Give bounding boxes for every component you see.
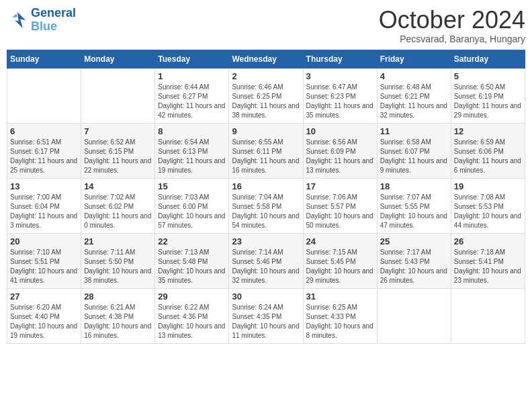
cell-info: Sunrise: 7:11 AM Sunset: 5:50 PM Dayligh…	[84, 248, 152, 285]
day-number: 20	[10, 236, 78, 246]
cell-info: Sunrise: 6:24 AM Sunset: 4:35 PM Dayligh…	[232, 303, 300, 340]
calendar-cell: 18Sunrise: 7:07 AM Sunset: 5:55 PM Dayli…	[377, 178, 451, 233]
week-row-5: 27Sunrise: 6:20 AM Sunset: 4:40 PM Dayli…	[7, 288, 525, 343]
day-number: 19	[454, 181, 522, 191]
calendar-cell: 24Sunrise: 7:15 AM Sunset: 5:45 PM Dayli…	[303, 233, 377, 288]
cell-info: Sunrise: 6:58 AM Sunset: 6:07 PM Dayligh…	[380, 138, 448, 175]
day-number: 18	[380, 181, 448, 191]
cell-info: Sunrise: 6:54 AM Sunset: 6:13 PM Dayligh…	[158, 138, 226, 175]
calendar-cell: 22Sunrise: 7:13 AM Sunset: 5:48 PM Dayli…	[155, 233, 229, 288]
calendar-cell: 2Sunrise: 6:46 AM Sunset: 6:25 PM Daylig…	[229, 68, 303, 123]
day-header-wednesday: Wednesday	[229, 50, 303, 68]
calendar-cell: 12Sunrise: 6:59 AM Sunset: 6:06 PM Dayli…	[451, 123, 525, 178]
week-row-4: 20Sunrise: 7:10 AM Sunset: 5:51 PM Dayli…	[7, 233, 525, 288]
day-number: 3	[306, 71, 374, 81]
day-number: 25	[380, 236, 448, 246]
day-number: 1	[158, 71, 226, 81]
day-header-monday: Monday	[81, 50, 155, 68]
day-number: 9	[232, 126, 300, 136]
cell-info: Sunrise: 7:08 AM Sunset: 5:53 PM Dayligh…	[454, 193, 522, 230]
cell-info: Sunrise: 6:21 AM Sunset: 4:38 PM Dayligh…	[84, 303, 152, 340]
day-number: 27	[10, 291, 78, 302]
cell-info: Sunrise: 6:56 AM Sunset: 6:09 PM Dayligh…	[306, 138, 374, 175]
logo-text: GeneralBlue	[31, 7, 76, 34]
calendar-cell: 17Sunrise: 7:06 AM Sunset: 5:57 PM Dayli…	[303, 178, 377, 233]
calendar-cell: 8Sunrise: 6:54 AM Sunset: 6:13 PM Daylig…	[155, 123, 229, 178]
cell-info: Sunrise: 6:59 AM Sunset: 6:06 PM Dayligh…	[454, 138, 522, 175]
cell-info: Sunrise: 7:07 AM Sunset: 5:55 PM Dayligh…	[380, 193, 448, 230]
day-number: 22	[158, 236, 226, 246]
month-title: October 2024	[379, 7, 525, 34]
cell-info: Sunrise: 6:48 AM Sunset: 6:21 PM Dayligh…	[380, 83, 448, 120]
calendar-cell: 15Sunrise: 7:03 AM Sunset: 6:00 PM Dayli…	[155, 178, 229, 233]
day-number: 6	[10, 126, 78, 136]
day-number: 26	[454, 236, 522, 246]
day-header-thursday: Thursday	[303, 50, 377, 68]
svg-marker-1	[12, 13, 17, 17]
day-number: 15	[158, 181, 226, 191]
cell-info: Sunrise: 6:55 AM Sunset: 6:11 PM Dayligh…	[232, 138, 300, 175]
day-number: 5	[454, 71, 522, 81]
cell-info: Sunrise: 7:17 AM Sunset: 5:43 PM Dayligh…	[380, 248, 448, 285]
header-row: SundayMondayTuesdayWednesdayThursdayFrid…	[7, 50, 525, 68]
day-number: 14	[84, 181, 152, 191]
day-header-sunday: Sunday	[7, 50, 81, 68]
day-number: 11	[380, 126, 448, 136]
calendar-table: SundayMondayTuesdayWednesdayThursdayFrid…	[7, 50, 525, 344]
calendar-cell: 31Sunrise: 6:25 AM Sunset: 4:33 PM Dayli…	[303, 288, 377, 343]
day-header-tuesday: Tuesday	[155, 50, 229, 68]
calendar-cell: 3Sunrise: 6:47 AM Sunset: 6:23 PM Daylig…	[303, 68, 377, 123]
day-number: 28	[84, 291, 152, 302]
calendar-cell: 20Sunrise: 7:10 AM Sunset: 5:51 PM Dayli…	[7, 233, 81, 288]
cell-info: Sunrise: 7:06 AM Sunset: 5:57 PM Dayligh…	[306, 193, 374, 230]
day-number: 31	[306, 291, 374, 302]
calendar-cell	[81, 68, 155, 123]
calendar-cell: 5Sunrise: 6:50 AM Sunset: 6:19 PM Daylig…	[451, 68, 525, 123]
calendar-cell: 11Sunrise: 6:58 AM Sunset: 6:07 PM Dayli…	[377, 123, 451, 178]
calendar-cell: 6Sunrise: 6:51 AM Sunset: 6:17 PM Daylig…	[7, 123, 81, 178]
calendar-cell: 9Sunrise: 6:55 AM Sunset: 6:11 PM Daylig…	[229, 123, 303, 178]
day-number: 13	[10, 181, 78, 191]
day-number: 4	[380, 71, 448, 81]
day-number: 17	[306, 181, 374, 191]
cell-info: Sunrise: 7:00 AM Sunset: 6:04 PM Dayligh…	[10, 193, 78, 230]
day-number: 12	[454, 126, 522, 136]
cell-info: Sunrise: 6:52 AM Sunset: 6:15 PM Dayligh…	[84, 138, 152, 175]
cell-info: Sunrise: 6:44 AM Sunset: 6:27 PM Dayligh…	[158, 83, 226, 120]
cell-info: Sunrise: 6:47 AM Sunset: 6:23 PM Dayligh…	[306, 83, 374, 120]
calendar-cell: 30Sunrise: 6:24 AM Sunset: 4:35 PM Dayli…	[229, 288, 303, 343]
cell-info: Sunrise: 7:13 AM Sunset: 5:48 PM Dayligh…	[158, 248, 226, 285]
week-row-1: 1Sunrise: 6:44 AM Sunset: 6:27 PM Daylig…	[7, 68, 525, 123]
calendar-cell: 16Sunrise: 7:04 AM Sunset: 5:58 PM Dayli…	[229, 178, 303, 233]
calendar-cell: 25Sunrise: 7:17 AM Sunset: 5:43 PM Dayli…	[377, 233, 451, 288]
calendar-cell	[451, 288, 525, 343]
cell-info: Sunrise: 6:46 AM Sunset: 6:25 PM Dayligh…	[232, 83, 300, 120]
calendar-cell: 1Sunrise: 6:44 AM Sunset: 6:27 PM Daylig…	[155, 68, 229, 123]
cell-info: Sunrise: 7:10 AM Sunset: 5:51 PM Dayligh…	[10, 248, 78, 285]
location-subtitle: Pecsvarad, Baranya, Hungary	[379, 34, 525, 44]
cell-info: Sunrise: 7:03 AM Sunset: 6:00 PM Dayligh…	[158, 193, 226, 230]
calendar-cell: 19Sunrise: 7:08 AM Sunset: 5:53 PM Dayli…	[451, 178, 525, 233]
cell-info: Sunrise: 7:14 AM Sunset: 5:46 PM Dayligh…	[232, 248, 300, 285]
day-header-saturday: Saturday	[451, 50, 525, 68]
calendar-cell: 14Sunrise: 7:02 AM Sunset: 6:02 PM Dayli…	[81, 178, 155, 233]
title-block: October 2024 Pecsvarad, Baranya, Hungary	[379, 7, 525, 44]
cell-info: Sunrise: 6:25 AM Sunset: 4:33 PM Dayligh…	[306, 303, 374, 340]
logo: GeneralBlue	[7, 7, 76, 34]
calendar-cell: 28Sunrise: 6:21 AM Sunset: 4:38 PM Dayli…	[81, 288, 155, 343]
logo-icon	[7, 9, 28, 31]
day-number: 7	[84, 126, 152, 136]
cell-info: Sunrise: 6:22 AM Sunset: 4:36 PM Dayligh…	[158, 303, 226, 340]
calendar-cell: 29Sunrise: 6:22 AM Sunset: 4:36 PM Dayli…	[155, 288, 229, 343]
calendar-cell: 10Sunrise: 6:56 AM Sunset: 6:09 PM Dayli…	[303, 123, 377, 178]
cell-info: Sunrise: 6:50 AM Sunset: 6:19 PM Dayligh…	[454, 83, 522, 120]
week-row-2: 6Sunrise: 6:51 AM Sunset: 6:17 PM Daylig…	[7, 123, 525, 178]
calendar-cell: 7Sunrise: 6:52 AM Sunset: 6:15 PM Daylig…	[81, 123, 155, 178]
calendar-cell: 26Sunrise: 7:18 AM Sunset: 5:41 PM Dayli…	[451, 233, 525, 288]
cell-info: Sunrise: 7:04 AM Sunset: 5:58 PM Dayligh…	[232, 193, 300, 230]
calendar-cell: 23Sunrise: 7:14 AM Sunset: 5:46 PM Dayli…	[229, 233, 303, 288]
calendar-cell: 13Sunrise: 7:00 AM Sunset: 6:04 PM Dayli…	[7, 178, 81, 233]
day-number: 10	[306, 126, 374, 136]
calendar-cell	[377, 288, 451, 343]
calendar-cell: 4Sunrise: 6:48 AM Sunset: 6:21 PM Daylig…	[377, 68, 451, 123]
